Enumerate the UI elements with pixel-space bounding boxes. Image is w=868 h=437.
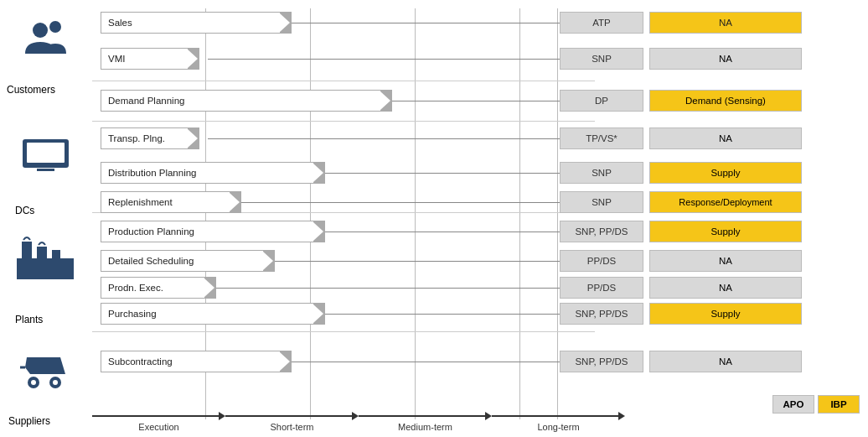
sales-hline <box>308 23 560 23</box>
purch-arrow-tip-inner <box>313 304 323 323</box>
tp-label: Transp. Plng. <box>101 127 188 149</box>
suppliers-icon-group <box>17 351 74 391</box>
sales-arrow-tip-outer <box>280 12 292 34</box>
detsch-label: Detailed Scheduling <box>101 250 263 272</box>
vmi-ibp-cell: NA <box>649 48 802 70</box>
suppliers-label: Suppliers <box>8 415 50 427</box>
detsch-arrow-row: Detailed Scheduling <box>101 250 275 272</box>
vmi-arrow-tip-outer <box>188 48 199 70</box>
axis-long-term: Long-term <box>492 412 625 432</box>
plants-icon <box>15 233 75 279</box>
legend: APO IBP <box>772 395 860 414</box>
distplan-arrow-row: Distribution Planning <box>101 162 325 184</box>
vmi-label: VMI <box>101 48 188 70</box>
distplan-hline <box>325 173 560 174</box>
purch-ibp-cell: Supply <box>649 303 802 325</box>
repl-apo-cell: SNP <box>560 191 643 213</box>
svg-rect-4 <box>37 169 54 171</box>
sales-label: Sales <box>101 12 280 34</box>
hline-4 <box>92 331 595 332</box>
axis-short-term: Short-term <box>225 412 359 432</box>
dp-arrow-tip-inner <box>380 91 390 110</box>
dcs-icon-group <box>18 136 73 171</box>
dp-ibp-cell: Demand (Sensing) <box>649 90 802 112</box>
vmi-apo-cell: SNP <box>560 48 643 70</box>
prodplan-label: Production Planning <box>101 221 313 242</box>
axis-medium-term: Medium-term <box>359 412 492 432</box>
vline-2 <box>310 8 311 419</box>
vline-4 <box>519 8 520 419</box>
customers-icon <box>17 18 75 60</box>
repl-hline <box>241 202 560 203</box>
prodplan-arrow-tip-outer <box>313 221 325 242</box>
svg-point-13 <box>53 380 58 385</box>
dp-arrow-row: Demand Planning <box>101 90 392 112</box>
repl-ibp-cell: Response/Deployment <box>649 191 802 213</box>
sales-ibp-cell: NA <box>649 12 802 34</box>
legend-apo: APO <box>772 395 814 414</box>
prodnexec-label: Prodn. Exec. <box>101 277 204 299</box>
vline-3 <box>415 8 416 419</box>
vmi-arrow-tip-inner <box>188 49 198 68</box>
tp-arrow-tip-outer <box>188 127 199 149</box>
svg-point-12 <box>31 380 36 385</box>
distplan-ibp-cell: Supply <box>649 162 802 184</box>
prodnexec-arrow-row: Prodn. Exec. <box>101 277 216 299</box>
plants-icon-group <box>15 233 75 279</box>
detsch-apo-cell: PP/DS <box>560 250 643 272</box>
svg-rect-7 <box>22 242 32 260</box>
plants-label: Plants <box>15 314 43 325</box>
svg-rect-3 <box>27 143 65 163</box>
subcon-arrow-tip-outer <box>280 351 292 372</box>
svg-rect-9 <box>52 250 60 260</box>
repl-arrow-row: Replenishment <box>101 191 241 213</box>
svg-rect-6 <box>17 258 74 279</box>
sales-apo-cell: ATP <box>560 12 643 34</box>
vline-5 <box>557 8 558 419</box>
subcon-arrow-tip-inner <box>280 352 290 371</box>
detsch-ibp-cell: NA <box>649 250 802 272</box>
prodnexec-hline <box>216 288 560 289</box>
hline-1 <box>92 81 595 81</box>
repl-arrow-tip-outer <box>230 191 241 213</box>
dcs-icon <box>18 136 73 171</box>
hline-2 <box>92 121 595 122</box>
dp-apo-cell: DP <box>560 90 643 112</box>
prodnexec-ibp-cell: NA <box>649 277 802 299</box>
prodnexec-arrow-tip-outer <box>204 277 216 299</box>
prodnexec-arrow-tip-inner <box>204 278 214 297</box>
suppliers-icon <box>17 351 74 391</box>
detsch-arrow-tip-inner <box>263 252 273 270</box>
prodplan-hline <box>325 232 560 232</box>
bottom-axis: Execution Short-term Medium-term Long-te… <box>92 412 625 432</box>
subcon-ibp-cell: NA <box>649 351 802 372</box>
tp-apo-cell: TP/VS* <box>560 127 643 149</box>
prodplan-arrow-row: Production Planning <box>101 221 325 242</box>
subcon-apo-cell: SNP, PP/DS <box>560 351 643 372</box>
subcon-label: Subcontracting <box>101 351 280 372</box>
dp-arrow-tip-outer <box>380 90 392 112</box>
svg-rect-8 <box>37 247 47 260</box>
vmi-hline <box>208 59 560 60</box>
tp-ibp-cell: NA <box>649 127 802 149</box>
sales-arrow-tip-inner <box>280 13 290 32</box>
axis-execution: Execution <box>92 412 225 432</box>
tp-arrow-tip-inner <box>188 129 198 148</box>
subcon-arrow-row: Subcontracting <box>101 351 292 372</box>
distplan-apo-cell: SNP <box>560 162 643 184</box>
distplan-label: Distribution Planning <box>101 162 313 184</box>
repl-label: Replenishment <box>101 191 230 213</box>
dp-label: Demand Planning <box>101 90 380 112</box>
purch-apo-cell: SNP, PP/DS <box>560 303 643 325</box>
customers-icon-group <box>17 18 75 60</box>
prodplan-apo-cell: SNP, PP/DS <box>560 221 643 242</box>
svg-point-1 <box>49 21 61 33</box>
distplan-arrow-tip-inner <box>313 164 323 182</box>
distplan-arrow-tip-outer <box>313 162 325 184</box>
sales-arrow-row: Sales <box>101 12 317 34</box>
prodnexec-apo-cell: PP/DS <box>560 277 643 299</box>
tp-hline <box>208 138 560 139</box>
customers-label: Customers <box>7 84 55 96</box>
legend-ibp: IBP <box>818 395 860 414</box>
detsch-hline <box>275 261 560 262</box>
